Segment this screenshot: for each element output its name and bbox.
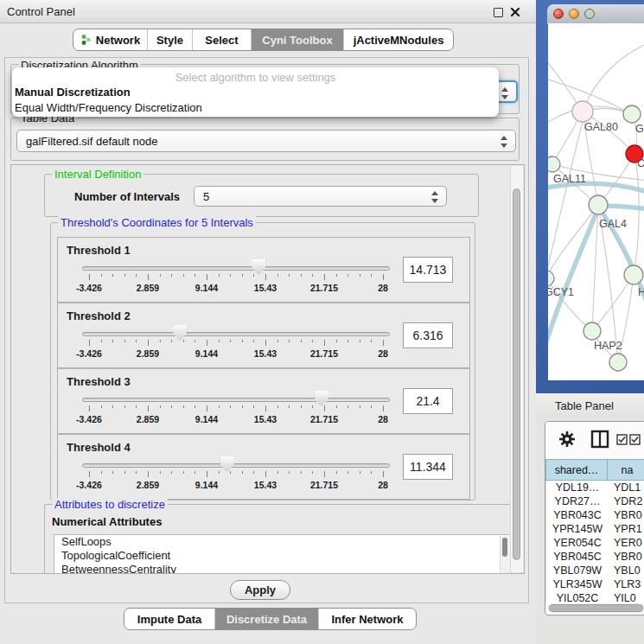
slider-thumb[interactable] xyxy=(220,456,234,472)
mac-minimize-light-icon[interactable] xyxy=(569,9,579,19)
slider-tick xyxy=(383,274,384,280)
mac-zoom-light-icon[interactable] xyxy=(584,9,595,19)
slider-thumb[interactable] xyxy=(252,259,265,275)
slider-tick xyxy=(371,340,372,342)
slider-tick xyxy=(136,274,137,277)
slider-tick xyxy=(194,340,195,342)
tab-impute-data[interactable]: Impute Data xyxy=(124,609,215,629)
attribute-list-item[interactable]: BetweennessCentrality xyxy=(54,563,511,574)
float-window-icon[interactable] xyxy=(494,8,503,17)
network-node-ga[interactable] xyxy=(623,105,641,123)
tab-select[interactable]: Select xyxy=(193,29,252,50)
column-header-shared-name[interactable]: shared… xyxy=(545,459,608,481)
slider-thumb[interactable] xyxy=(315,391,328,406)
table-row[interactable]: YIL052CYIL0 xyxy=(546,591,644,602)
threshold-label: Threshold 4 xyxy=(67,441,131,454)
slider-tick-label: 2.859 xyxy=(120,414,175,424)
checkbox-icon[interactable] xyxy=(616,434,628,445)
number-of-intervals-combobox[interactable]: 5 xyxy=(194,186,447,207)
table-row[interactable]: YBR045CYBR0 xyxy=(546,550,644,564)
table-row[interactable]: YLR345WYLR3 xyxy=(546,577,644,591)
network-edge xyxy=(634,154,639,275)
network-node-gcy1[interactable] xyxy=(548,271,554,286)
network-node-gal11[interactable] xyxy=(548,156,560,172)
apply-button[interactable]: Apply xyxy=(230,580,290,600)
attributes-group: Attributes to discretize Numerical Attri… xyxy=(44,504,521,574)
threshold-value-field[interactable]: 6.316 xyxy=(403,322,453,348)
slider-tick xyxy=(312,274,313,277)
table-row[interactable]: YDR27…YDR2 xyxy=(546,494,644,508)
table-row[interactable]: YBR043CYBR0 xyxy=(546,508,644,522)
slider-tick xyxy=(89,405,90,411)
network-node[interactable] xyxy=(609,354,627,371)
attribute-list-item[interactable]: SelfLoops xyxy=(54,535,511,549)
slider-tick xyxy=(112,405,113,408)
table-data-group: Table Data galFiltered.sif default node xyxy=(10,118,520,161)
threshold-label: Threshold 2 xyxy=(67,309,131,322)
table-row[interactable]: YDL19…YDL1 xyxy=(546,481,644,494)
slider-tick xyxy=(171,274,172,277)
cell-name: YDR2 xyxy=(609,494,644,508)
columns-icon[interactable] xyxy=(590,430,609,449)
slider-thumb[interactable] xyxy=(173,325,187,341)
slider-track[interactable] xyxy=(82,266,390,271)
network-node-hap2[interactable] xyxy=(583,322,601,340)
threshold-row: Threshold 3-3.4262.8599.14415.4321.71528… xyxy=(57,368,470,434)
slider-track[interactable] xyxy=(82,332,390,336)
slider-tick-label: 15.43 xyxy=(238,348,293,359)
gear-icon[interactable] xyxy=(558,430,577,449)
network-node-gal4[interactable] xyxy=(589,195,608,214)
slider-tick xyxy=(371,471,372,474)
slider-tick-label: -3.426 xyxy=(61,348,117,359)
close-icon[interactable] xyxy=(510,7,520,17)
attribute-list-item[interactable]: TopologicalCoefficient xyxy=(54,549,511,563)
threshold-value-field[interactable]: 21.4 xyxy=(403,388,453,414)
combo-arrows-icon xyxy=(500,135,507,149)
network-canvas[interactable]: GAL80GACGAL11GAL4GCY1HHAP2 xyxy=(548,23,644,380)
slider-tick xyxy=(101,471,102,474)
table-panel-title: Table Panel xyxy=(555,399,614,412)
tab-network[interactable]: Network xyxy=(73,29,148,50)
slider-tick xyxy=(265,340,266,346)
threshold-value-field[interactable]: 11.344 xyxy=(403,454,453,480)
slider-tick-label: -3.426 xyxy=(61,283,117,293)
column-header-name[interactable]: na xyxy=(608,459,644,481)
tab-jactivemnodules[interactable]: jActiveMNodules xyxy=(344,29,453,50)
checkbox-icon[interactable] xyxy=(629,434,641,445)
table-horizontal-scrollbar[interactable] xyxy=(547,603,644,613)
network-node-h[interactable] xyxy=(624,265,643,284)
combo-arrows-icon xyxy=(501,86,508,100)
tab-style[interactable]: Style xyxy=(148,29,193,50)
table-row[interactable]: YBL079WYBL0 xyxy=(546,564,644,577)
network-node-gal80[interactable] xyxy=(572,101,593,122)
threshold-value-field[interactable]: 14.713 xyxy=(403,257,453,283)
algorithm-option[interactable]: Equal Width/Frequency Discretization xyxy=(15,101,202,114)
table-row[interactable]: YER054CYER0 xyxy=(546,536,644,550)
app-root: Control Panel NetworkStyleSelectCyni Too… xyxy=(0,0,644,644)
tab-infer-network[interactable]: Infer Network xyxy=(319,609,416,629)
table-row[interactable]: YPR145WYPR1 xyxy=(546,522,644,536)
slider-tick xyxy=(253,471,254,474)
slider-tick xyxy=(136,405,137,408)
algorithm-option[interactable]: Manual Discretization xyxy=(15,86,131,99)
cell-name: YBL0 xyxy=(609,564,644,577)
slider-tick xyxy=(207,340,207,346)
slider-tick-label: 2.859 xyxy=(120,283,175,293)
slider-tick xyxy=(101,340,102,342)
slider-tick xyxy=(124,405,125,408)
tab-discretize-data[interactable]: Discretize Data xyxy=(215,609,319,629)
attributes-list-scrollbar[interactable] xyxy=(500,536,510,574)
slider-tick xyxy=(242,340,243,342)
tab-cyni-toolbox[interactable]: Cyni Toolbox xyxy=(252,29,344,50)
slider-track[interactable] xyxy=(82,463,390,468)
network-edge xyxy=(583,42,644,112)
numerical-attributes-list[interactable]: SelfLoopsTopologicalCoefficientBetweenne… xyxy=(54,534,512,574)
table-toolbar xyxy=(545,422,644,460)
table-data-combobox[interactable]: galFiltered.sif default node xyxy=(16,130,516,152)
slider-tick xyxy=(230,274,231,277)
mac-close-light-icon[interactable] xyxy=(553,9,564,19)
network-window-titlebar[interactable] xyxy=(547,4,644,24)
tab-label: Cyni Toolbox xyxy=(262,34,332,47)
slider-track[interactable] xyxy=(82,398,390,402)
settings-vertical-scrollbar[interactable] xyxy=(510,166,523,572)
